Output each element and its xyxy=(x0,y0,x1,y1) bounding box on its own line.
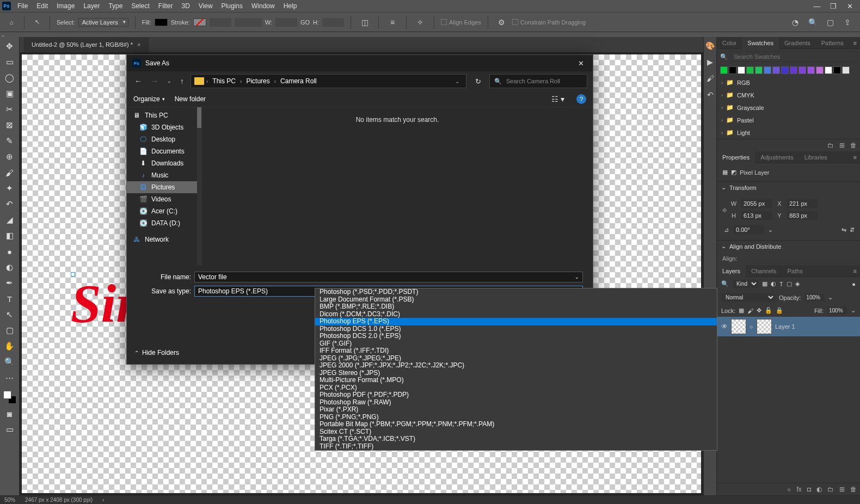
filter-type-icon[interactable]: T xyxy=(779,281,783,287)
breadcrumb[interactable]: Camera Roll xyxy=(278,77,319,85)
filetype-option[interactable]: Photoshop EPS (*.EPS) xyxy=(315,318,717,325)
foreground-background-colors[interactable] xyxy=(3,391,16,404)
refresh-icon[interactable]: ↻ xyxy=(471,77,485,85)
object-select-tool-icon[interactable]: ▣ xyxy=(4,88,16,100)
prop-angle-input[interactable] xyxy=(733,225,765,235)
panel-menu-icon[interactable]: ≡ xyxy=(850,154,860,161)
filetype-option[interactable]: Large Document Format (*.PSB) xyxy=(315,296,717,304)
sidebar-item-music[interactable]: ♪Music xyxy=(127,169,201,181)
window-minimize-icon[interactable]: — xyxy=(809,2,825,10)
height-input[interactable] xyxy=(322,18,344,27)
layer-mask-thumbnail[interactable] xyxy=(757,319,772,334)
crumb-dropdown-icon[interactable]: ⌄ xyxy=(452,78,463,84)
healing-tool-icon[interactable]: ⊕ xyxy=(4,151,16,163)
menu-file[interactable]: File xyxy=(13,2,32,10)
tab-swatches[interactable]: Swatches xyxy=(742,37,779,49)
nav-forward-icon[interactable]: → xyxy=(149,77,161,85)
sidebar-item-drive-d[interactable]: 💽DATA (D:) xyxy=(127,217,201,229)
tab-color[interactable]: Color xyxy=(717,37,742,49)
flip-v-icon[interactable]: ⇵ xyxy=(850,226,855,233)
layer-thumbnail[interactable] xyxy=(731,319,746,334)
path-operations-icon[interactable]: ◫ xyxy=(358,15,372,29)
filetype-option[interactable]: Photoshop DCS 2.0 (*.EPS) xyxy=(315,333,717,340)
menu-edit[interactable]: Edit xyxy=(32,2,52,10)
zoom-tool-icon[interactable]: 🔍 xyxy=(4,356,16,368)
help-icon[interactable]: ? xyxy=(576,94,586,104)
sidebar-item-downloads[interactable]: ⬇Downloads xyxy=(127,157,201,169)
frame-tool-icon[interactable]: ⊠ xyxy=(4,119,16,131)
sidebar-item-desktop[interactable]: 🖵Desktop xyxy=(127,133,201,145)
search-icon[interactable]: 🔍 xyxy=(806,15,820,29)
prop-h-input[interactable] xyxy=(741,211,772,220)
filetype-option[interactable]: PCX (*.PCX) xyxy=(315,384,717,392)
prop-x-input[interactable] xyxy=(787,199,818,208)
sidebar-item-this-pc[interactable]: 🖥This PC xyxy=(127,109,201,121)
stroke-color-swatch[interactable] xyxy=(193,19,206,26)
tab-paths[interactable]: Paths xyxy=(782,265,808,277)
filter-smart-icon[interactable]: ◈ xyxy=(795,280,800,287)
tab-libraries[interactable]: Libraries xyxy=(799,151,833,163)
filetype-option[interactable]: Scitex CT (*.SCT) xyxy=(315,428,717,436)
lock-image-icon[interactable]: 🖌 xyxy=(747,308,753,314)
menu-view[interactable]: View xyxy=(194,2,217,10)
share-icon[interactable]: ⇪ xyxy=(840,15,855,29)
filetype-option[interactable]: JPEG 2000 (*.JPF;*.JPX;*.JP2;*.J2C;*.J2K… xyxy=(315,362,717,370)
select-mode-dropdown[interactable]: Active Layers xyxy=(78,18,128,27)
window-close-icon[interactable]: ✕ xyxy=(841,2,858,10)
link-icon[interactable]: ⟐ xyxy=(750,323,753,330)
tab-patterns[interactable]: Patterns xyxy=(816,37,849,49)
visibility-icon[interactable]: 👁 xyxy=(721,323,728,330)
dock-play-icon[interactable]: ▶ xyxy=(707,58,713,66)
swatch-group-cmyk[interactable]: ›📁CMYK xyxy=(717,89,860,101)
quick-mask-icon[interactable]: ◙ xyxy=(4,408,16,420)
lock-all-icon[interactable]: 🔒 xyxy=(776,307,783,314)
swatch-color[interactable] xyxy=(746,66,754,74)
fill-color-swatch[interactable] xyxy=(155,19,168,26)
layer-name[interactable]: Layer 1 xyxy=(775,323,795,330)
swatch-group-grayscale[interactable]: ›📁Grayscale xyxy=(717,101,860,114)
path-alignment-icon[interactable]: ≡ xyxy=(385,15,400,29)
layer-adjust-icon[interactable]: ◐ xyxy=(816,485,822,493)
new-folder-button[interactable]: New folder xyxy=(175,95,206,103)
sidebar-item-network[interactable]: 🖧Network xyxy=(127,233,201,245)
organize-button[interactable]: Organize▾ xyxy=(133,95,165,103)
swatch-color[interactable] xyxy=(729,66,736,74)
opacity-input[interactable] xyxy=(804,293,825,302)
filetype-option[interactable]: Portable Bit Map (*.PBM;*.PGM;*.PPM;*.PN… xyxy=(315,421,717,428)
opacity-caret-icon[interactable]: ⌄ xyxy=(828,294,833,301)
filetype-option[interactable]: Photoshop Raw (*.RAW) xyxy=(315,399,717,407)
swatch-group-pastel[interactable]: ›📁Pastel xyxy=(717,114,860,126)
swatch-color[interactable] xyxy=(755,66,763,74)
sidebar-item-videos[interactable]: 🎬Videos xyxy=(127,193,201,205)
filename-input[interactable]: Vector file⌄ xyxy=(194,272,583,282)
view-mode-icon[interactable]: ☷ ▾ xyxy=(549,95,567,103)
tab-adjustments[interactable]: Adjustments xyxy=(755,151,799,163)
nav-back-icon[interactable]: ← xyxy=(132,77,144,85)
search-folder-input[interactable]: 🔍 Search Camera Roll xyxy=(489,74,587,88)
swatch-color[interactable] xyxy=(825,66,832,74)
close-tab-icon[interactable]: × xyxy=(137,41,140,48)
filetype-option[interactable]: Dicom (*.DCM;*.DC3;*.DIC) xyxy=(315,311,717,318)
link-wh-label[interactable]: GO xyxy=(300,19,310,26)
menu-layer[interactable]: Layer xyxy=(79,2,104,10)
swatch-new-icon[interactable]: ⊞ xyxy=(839,142,845,149)
path-arrangement-icon[interactable]: ✧ xyxy=(413,15,427,29)
menu-filter[interactable]: Filter xyxy=(154,2,177,10)
filter-toggle-icon[interactable]: ● xyxy=(852,281,856,287)
filetype-option[interactable]: TIFF (*.TIF;*.TIFF) xyxy=(315,443,717,451)
menu-3d[interactable]: 3D xyxy=(177,2,194,10)
layer-row[interactable]: 👁 ⟐ Layer 1 xyxy=(717,317,860,336)
crop-tool-icon[interactable]: ✂ xyxy=(4,103,16,115)
menu-select[interactable]: Select xyxy=(127,2,153,10)
prop-w-input[interactable] xyxy=(741,199,772,208)
layer-trash-icon[interactable]: 🗑 xyxy=(850,485,857,493)
stroke-width-input[interactable] xyxy=(210,18,231,27)
filetype-option[interactable]: IFF Format (*.IFF;*.TDI) xyxy=(315,347,717,355)
collapse-toolbar-handle[interactable] xyxy=(0,32,860,37)
sidebar-item-documents[interactable]: 📄Documents xyxy=(127,145,201,157)
fill-input[interactable] xyxy=(827,306,847,315)
sidebar-item-drive-c[interactable]: 💽Acer (C:) xyxy=(127,205,201,217)
home-icon[interactable]: ⌂ xyxy=(5,16,17,28)
layer-kind-dropdown[interactable]: Kind xyxy=(732,279,759,288)
cloud-doc-icon[interactable]: ◔ xyxy=(788,15,802,29)
